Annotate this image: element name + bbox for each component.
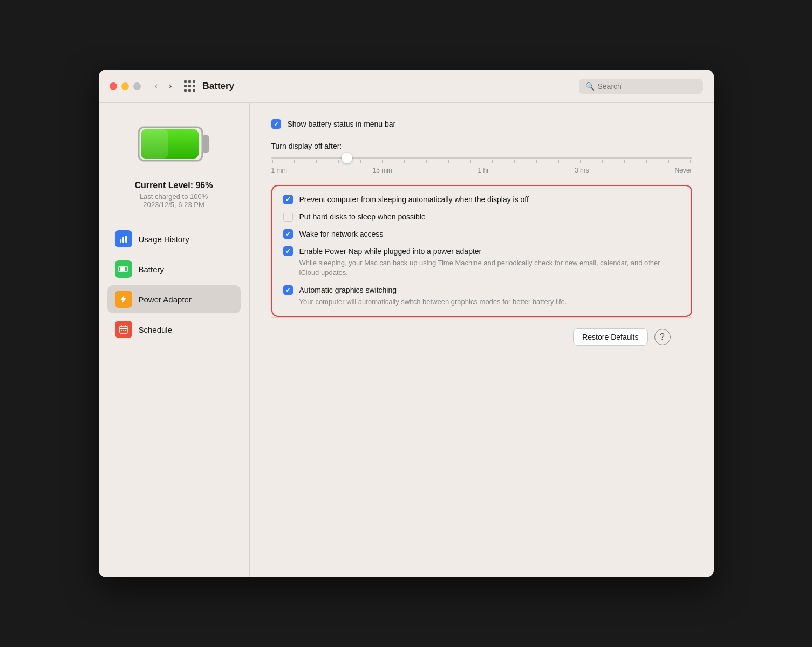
battery-info: Current Level: 96% Last charged to 100% … xyxy=(135,181,213,209)
slider-label-1min: 1 min xyxy=(271,167,287,174)
slider-label-never: Never xyxy=(674,167,692,174)
option-hard-disks-sleep: Put hard disks to sleep when possible xyxy=(283,212,680,222)
options-section: Prevent computer from sleeping automatic… xyxy=(271,185,692,317)
sidebar-label-usage-history: Usage History xyxy=(139,235,189,244)
auto-graphics-description: Your computer will automatically switch … xyxy=(299,297,680,307)
forward-button[interactable]: › xyxy=(166,79,175,93)
search-input[interactable] xyxy=(598,82,697,91)
maximize-button[interactable] xyxy=(133,82,141,90)
slider-thumb[interactable] xyxy=(342,153,352,163)
content-area: Current Level: 96% Last charged to 100% … xyxy=(99,103,714,577)
schedule-icon xyxy=(115,321,132,338)
svg-rect-5 xyxy=(120,239,121,243)
svg-rect-10 xyxy=(120,267,125,271)
svg-marker-11 xyxy=(121,295,126,304)
display-off-label: Turn display off after: xyxy=(271,142,692,150)
battery-nav-icon xyxy=(115,260,132,278)
usage-history-icon xyxy=(115,230,132,247)
show-battery-menubar-checkbox[interactable] xyxy=(271,119,281,129)
option-prevent-sleep-header: Prevent computer from sleeping automatic… xyxy=(283,195,680,204)
svg-rect-16 xyxy=(121,330,122,331)
power-nap-checkbox[interactable] xyxy=(283,246,293,256)
search-box[interactable]: 🔍 xyxy=(579,79,703,94)
svg-rect-18 xyxy=(125,330,126,331)
slider-labels: 1 min 15 min 1 hr 3 hrs Never xyxy=(271,167,692,174)
hard-disks-sleep-checkbox[interactable] xyxy=(283,212,293,222)
sidebar-item-schedule[interactable]: Schedule xyxy=(107,315,241,343)
option-hard-disks-header: Put hard disks to sleep when possible xyxy=(283,212,680,222)
battery-last-charged: Last charged to 100% xyxy=(135,192,213,201)
help-button[interactable]: ? xyxy=(654,329,671,345)
close-button[interactable] xyxy=(110,82,117,90)
power-adapter-icon xyxy=(115,291,132,308)
slider-tick-marks xyxy=(271,160,692,163)
sidebar-label-schedule: Schedule xyxy=(139,325,173,334)
restore-defaults-button[interactable]: Restore Defaults xyxy=(573,328,647,346)
prevent-sleep-checkbox[interactable] xyxy=(283,195,293,204)
slider-label-15min: 15 min xyxy=(373,167,392,174)
svg-rect-7 xyxy=(125,236,127,243)
nav-buttons: ‹ › xyxy=(152,79,175,93)
slider-track[interactable] xyxy=(271,157,692,159)
option-auto-graphics: Automatic graphics switching Your comput… xyxy=(283,285,680,307)
window-title: Battery xyxy=(203,81,235,92)
show-battery-menubar-label: Show battery status in menu bar xyxy=(288,120,396,128)
slider-label-3hrs: 3 hrs xyxy=(575,167,589,174)
prevent-sleep-label: Prevent computer from sleeping automatic… xyxy=(299,195,529,204)
footer: Restore Defaults ? xyxy=(271,317,692,356)
svg-rect-15 xyxy=(120,328,127,329)
svg-rect-17 xyxy=(123,330,124,331)
wake-network-checkbox[interactable] xyxy=(283,229,293,239)
battery-icon xyxy=(136,119,211,168)
sidebar-label-battery: Battery xyxy=(139,265,165,274)
power-nap-label: Enable Power Nap while plugged into a po… xyxy=(299,247,482,256)
slider-label-1hr: 1 hr xyxy=(477,167,489,174)
minimize-button[interactable] xyxy=(121,82,129,90)
sidebar-nav: Usage History Battery xyxy=(99,225,249,346)
svg-rect-13 xyxy=(121,325,122,327)
display-off-section: Turn display off after: 1 min 1 xyxy=(271,142,692,174)
traffic-lights xyxy=(110,82,141,90)
svg-rect-9 xyxy=(127,268,128,271)
auto-graphics-label: Automatic graphics switching xyxy=(299,286,397,294)
svg-rect-12 xyxy=(120,326,127,333)
back-button[interactable]: ‹ xyxy=(152,79,161,93)
svg-rect-4 xyxy=(141,129,168,159)
search-icon: 🔍 xyxy=(585,82,595,91)
grid-icon[interactable] xyxy=(184,80,195,92)
option-power-nap-header: Enable Power Nap while plugged into a po… xyxy=(283,246,680,256)
sidebar-label-power-adapter: Power Adapter xyxy=(139,295,192,304)
svg-rect-14 xyxy=(125,325,126,327)
hard-disks-sleep-label: Put hard disks to sleep when possible xyxy=(299,212,426,221)
option-power-nap: Enable Power Nap while plugged into a po… xyxy=(283,246,680,278)
power-nap-description: While sleeping, your Mac can back up usi… xyxy=(299,258,680,278)
battery-date: 2023/12/5, 6:23 PM xyxy=(135,201,213,209)
slider-container xyxy=(271,157,692,163)
sidebar: Current Level: 96% Last charged to 100% … xyxy=(99,103,250,577)
option-auto-graphics-header: Automatic graphics switching xyxy=(283,285,680,295)
sidebar-item-usage-history[interactable]: Usage History xyxy=(107,225,241,253)
system-preferences-window: ‹ › Battery 🔍 xyxy=(99,70,714,577)
svg-rect-6 xyxy=(122,237,124,243)
svg-rect-1 xyxy=(202,135,209,153)
sidebar-item-battery[interactable]: Battery xyxy=(107,255,241,283)
sidebar-item-power-adapter[interactable]: Power Adapter xyxy=(107,285,241,313)
option-wake-network-header: Wake for network access xyxy=(283,229,680,239)
titlebar: ‹ › Battery 🔍 xyxy=(99,70,714,103)
auto-graphics-checkbox[interactable] xyxy=(283,285,293,295)
option-prevent-sleep: Prevent computer from sleeping automatic… xyxy=(283,195,680,204)
main-content: Show battery status in menu bar Turn dis… xyxy=(250,103,714,577)
show-battery-menubar-row: Show battery status in menu bar xyxy=(271,119,692,129)
wake-network-label: Wake for network access xyxy=(299,230,384,238)
battery-current-level: Current Level: 96% xyxy=(135,181,213,190)
option-wake-network: Wake for network access xyxy=(283,229,680,239)
battery-icon-container xyxy=(136,119,211,170)
